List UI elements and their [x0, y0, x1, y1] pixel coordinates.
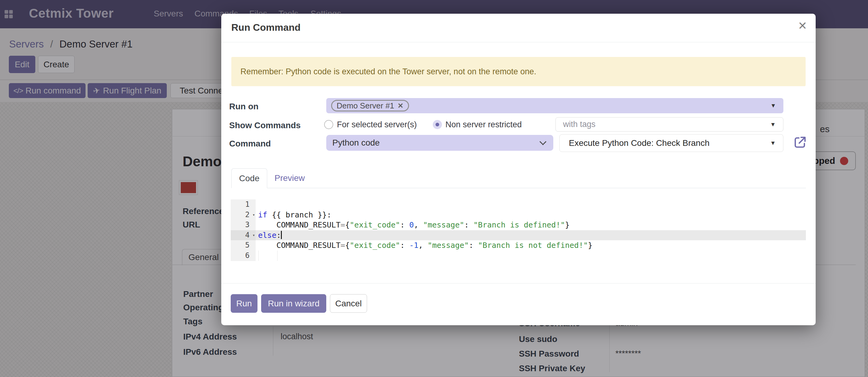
warning-banner: Remember: Python code is executed on the… — [231, 57, 806, 86]
code-token: "exit_code" — [350, 221, 400, 229]
code-token: = — [341, 241, 345, 250]
code-token: "Branch is not defined!" — [478, 241, 588, 250]
gutter-line: 6 — [231, 251, 256, 261]
code-token: "Branch is defined!" — [473, 221, 565, 229]
code-token: = — [341, 221, 345, 229]
indent-guide — [258, 251, 259, 261]
line-number: 4 — [245, 231, 250, 239]
line-number: 5 — [245, 241, 250, 250]
show-commands-radio-group: For selected server(s) Non server restri… — [324, 117, 522, 132]
tab-code[interactable]: Code — [231, 168, 267, 188]
code-area[interactable]: if {{ branch }}: COMMAND_RESULT={"exit_c… — [256, 200, 806, 261]
show-commands-label: Show Commands — [229, 121, 301, 130]
external-link-icon[interactable] — [793, 135, 807, 149]
line-number: 2 — [245, 210, 250, 219]
command-type-value: Python code — [332, 138, 380, 148]
gutter-line: 2▾ — [231, 210, 256, 220]
text-cursor — [281, 231, 282, 239]
editor-gutter: 1 2▾ 3 4▾ 5 6 — [231, 200, 256, 261]
code-line: if {{ branch }}: — [256, 210, 806, 220]
code-token: { — [345, 221, 350, 229]
code-token: COMMAND_RESULT — [258, 221, 341, 229]
modal-header-divider — [221, 42, 816, 42]
screen: Cetmix Tower Servers Commands Files Tool… — [0, 0, 868, 377]
fold-arrow-icon[interactable]: ▾ — [253, 230, 255, 240]
line-number: 3 — [245, 221, 250, 229]
modal-footer-divider — [221, 283, 816, 284]
chevron-down-icon — [539, 138, 547, 145]
code-token: "message" — [428, 241, 469, 250]
radio-for-selected-servers[interactable] — [324, 120, 333, 129]
code-token: : — [464, 221, 473, 229]
code-token: 0 — [409, 221, 414, 229]
code-token: , — [418, 241, 428, 250]
code-line — [256, 200, 806, 210]
code-editor[interactable]: 1 2▾ 3 4▾ 5 6 if {{ branch }}: COMMAND_R… — [231, 200, 806, 261]
caret-down-icon: ▼ — [770, 140, 776, 146]
tag-remove-icon[interactable]: ✕ — [398, 102, 403, 110]
server-tag-pill: Demo Server #1 ✕ — [331, 100, 409, 112]
command-select[interactable]: Execute Python Code: Check Branch ▼ — [559, 134, 783, 152]
code-token: : — [469, 241, 478, 250]
code-token: "message" — [423, 221, 464, 229]
run-on-select[interactable]: Demo Server #1 ✕ ▼ — [326, 98, 783, 113]
code-line: COMMAND_RESULT={"exit_code": 0, "message… — [256, 220, 806, 230]
radio-label-non-restricted[interactable]: Non server restricted — [445, 120, 522, 129]
fold-arrow-icon[interactable]: ▾ — [253, 210, 255, 220]
with-tags-select[interactable]: with tags ▼ — [555, 117, 783, 132]
code-token: } — [588, 241, 593, 250]
with-tags-placeholder: with tags — [563, 120, 596, 129]
code-token: {{ branch }}: — [267, 210, 332, 219]
run-button[interactable]: Run — [231, 294, 257, 313]
indent-guide — [277, 251, 278, 261]
code-token: : — [400, 221, 409, 229]
code-token: "exit_code" — [350, 241, 400, 250]
close-icon[interactable]: ✕ — [798, 21, 807, 31]
code-token: { — [345, 241, 350, 250]
line-number: 1 — [245, 200, 250, 209]
radio-non-server-restricted[interactable] — [433, 120, 442, 129]
modal-title: Run Command — [231, 22, 301, 33]
command-label: Command — [229, 139, 271, 149]
run-command-modal: Run Command ✕ Remember: Python code is e… — [221, 14, 816, 325]
code-token: COMMAND_RESULT — [258, 241, 341, 250]
code-token: if — [258, 210, 267, 219]
command-type-select[interactable]: Python code — [326, 135, 553, 151]
radio-label-for-selected[interactable]: For selected server(s) — [337, 120, 417, 129]
code-token: -1 — [409, 241, 418, 250]
tab-preview[interactable]: Preview — [275, 173, 305, 183]
server-tag-label: Demo Server #1 — [337, 101, 394, 111]
gutter-line: 5 — [231, 240, 256, 251]
gutter-line: 3 — [231, 220, 256, 230]
code-token: } — [565, 221, 570, 229]
gutter-line: 1 — [231, 200, 256, 210]
code-token: : — [400, 241, 409, 250]
run-in-wizard-button[interactable]: Run in wizard — [261, 294, 326, 313]
warning-text: Remember: Python code is executed on the… — [241, 67, 536, 77]
caret-down-icon: ▼ — [770, 121, 776, 128]
code-line: COMMAND_RESULT={"exit_code": -1, "messag… — [256, 240, 806, 251]
caret-down-icon: ▼ — [770, 102, 776, 109]
code-token: else — [258, 231, 276, 240]
gutter-line: 4▾ — [231, 230, 256, 240]
code-token: : — [276, 231, 281, 240]
command-value: Execute Python Code: Check Branch — [569, 138, 709, 148]
run-on-label: Run on — [229, 102, 258, 112]
code-token: , — [414, 221, 423, 229]
cancel-button[interactable]: Cancel — [330, 294, 367, 313]
tabs-divider — [231, 188, 806, 188]
code-line — [256, 251, 806, 261]
code-line-active: else: — [256, 230, 806, 240]
line-number: 6 — [245, 251, 250, 260]
